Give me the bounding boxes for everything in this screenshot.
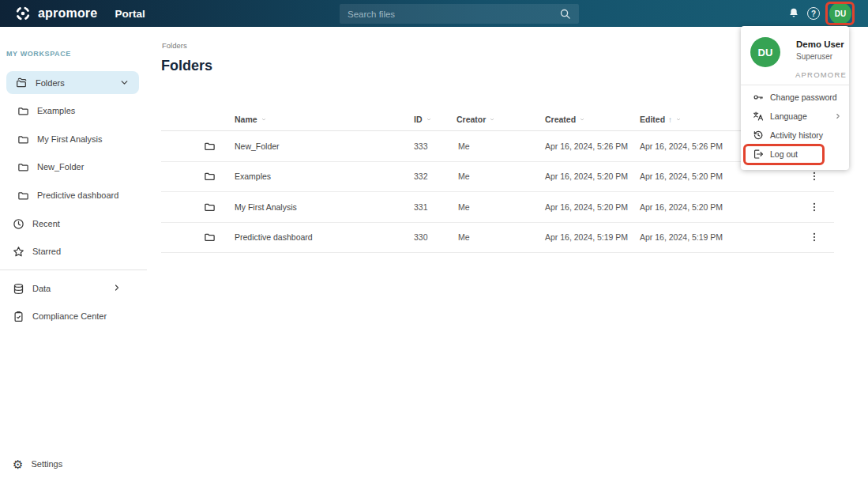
gear-icon: ⚙ [13,458,23,470]
sidebar-item-label: Starred [32,247,61,256]
top-bar: apromore Portal ? DU [0,0,868,27]
cell-creator: Me [458,172,470,181]
logout-icon [752,149,764,160]
sort-caret-icon [261,116,267,122]
chevron-down-icon[interactable] [119,77,130,89]
sidebar-item-compliance-center[interactable]: Compliance Center [13,306,107,326]
menu-item-label: Log out [770,149,798,159]
column-header-id[interactable]: ID [414,115,432,124]
table-row[interactable]: New_Folder 333 Me Apr 16, 2024, 5:26 PM … [161,131,834,162]
table-row[interactable]: My First Analysis 331 Me Apr 16, 2024, 5… [161,192,834,223]
user-avatar-button[interactable]: DU [829,2,851,24]
user-role: Superuser [796,52,832,61]
folder-icon [204,201,216,213]
menu-item-change-password[interactable]: Change password [741,88,849,107]
folders-stack-icon [15,77,28,89]
menu-item-log-out[interactable]: Log out [741,145,849,164]
menu-item-label: Change password [770,92,837,102]
star-icon [13,246,24,258]
sort-ascending-icon: ↑ [668,115,672,124]
magnifier-icon[interactable] [559,8,571,20]
cell-name[interactable]: Examples [235,172,271,181]
cell-creator: Me [458,141,470,151]
brand-name: apromore [38,6,97,21]
table-header-row: Name ID Creator Created Edited ↑ [161,111,834,131]
menu-item-label: Activity history [770,130,823,140]
sidebar-item-my-first-analysis[interactable]: My First Analysis [17,129,103,149]
cell-creator: Me [458,202,470,212]
menu-item-activity-history[interactable]: Activity history [741,126,849,145]
column-header-creator[interactable]: Creator [457,115,495,124]
folder-icon [204,140,216,152]
folder-icon [17,134,29,145]
cell-name[interactable]: New_Folder [235,141,280,151]
folder-icon [17,105,29,117]
cell-id: 332 [414,172,428,181]
sidebar-item-label: Folders [36,78,65,88]
cell-edited: Apr 16, 2024, 5:20 PM [640,202,723,212]
table-row[interactable]: Examples 332 Me Apr 16, 2024, 5:20 PM Ap… [161,162,834,193]
user-name: Demo User [796,40,844,49]
sidebar-item-label: Data [32,284,51,293]
user-menu: DU Demo User Superuser APROMORE Change p… [741,26,849,170]
row-menu-kebab-icon[interactable] [807,168,821,184]
sidebar-item-settings[interactable]: ⚙ Settings [13,454,62,474]
chevron-right-icon [834,112,842,120]
breadcrumb[interactable]: Folders [162,41,187,50]
sidebar-item-label: My First Analysis [37,134,103,144]
avatar: DU [750,37,780,67]
sidebar-divider [0,270,147,270]
question-circle-icon[interactable]: ? [807,7,820,20]
cell-id: 330 [414,232,428,242]
sidebar-item-label: Recent [32,219,60,228]
column-header-name[interactable]: Name [235,115,267,124]
sidebar-item-recent[interactable]: Recent [13,213,60,234]
bell-icon[interactable] [787,7,800,20]
cell-edited: Apr 16, 2024, 5:19 PM [640,232,723,242]
cell-name[interactable]: Predictive dashboard [235,232,313,242]
cell-created: Apr 16, 2024, 5:26 PM [545,141,628,151]
app-name: Portal [115,8,145,20]
folder-icon [204,171,216,183]
row-menu-kebab-icon[interactable] [807,229,821,245]
page-title: Folders [161,58,212,74]
folder-icon [17,161,29,173]
cell-id: 331 [414,202,428,212]
menu-item-label: Language [770,111,807,121]
sidebar-item-data[interactable]: Data [13,278,137,299]
sidebar-item-label: Predictive dashboard [37,190,118,200]
cell-created: Apr 16, 2024, 5:20 PM [545,172,628,181]
app-window: apromore Portal ? DU MY WORKSPACE [0,0,868,490]
row-menu-kebab-icon[interactable] [807,199,821,215]
menu-item-language[interactable]: Language [741,107,849,126]
translate-icon [752,111,764,122]
cell-created: Apr 16, 2024, 5:19 PM [545,232,628,242]
sidebar-item-examples[interactable]: Examples [17,100,75,121]
chevron-right-icon[interactable] [112,283,122,294]
clipboard-check-icon [13,311,24,322]
column-header-created[interactable]: Created [545,115,585,124]
search-bar[interactable] [340,4,579,24]
sidebar-item-new-folder[interactable]: New_Folder [17,156,84,177]
clock-icon [13,218,24,230]
table-row[interactable]: Predictive dashboard 330 Me Apr 16, 2024… [161,223,834,254]
sidebar-item-folders[interactable]: Folders [6,71,139,94]
cell-name[interactable]: My First Analysis [235,202,297,212]
sort-caret-icon [489,116,495,122]
sidebar-item-label: New_Folder [37,162,84,172]
sidebar-item-label: Examples [37,106,75,115]
sidebar-item-predictive-dashboard[interactable]: Predictive dashboard [17,185,118,205]
search-input[interactable] [340,9,559,19]
brand[interactable]: apromore Portal [14,0,145,27]
sort-caret-icon [426,116,432,122]
key-icon [752,92,764,103]
sidebar-item-label: Compliance Center [32,311,107,321]
sidebar-item-starred[interactable]: Starred [13,241,61,262]
cell-edited: Apr 16, 2024, 5:26 PM [640,141,723,151]
column-header-edited[interactable]: Edited ↑ [640,115,682,124]
cell-creator: Me [458,232,470,242]
cell-created: Apr 16, 2024, 5:20 PM [545,202,628,212]
cell-id: 333 [414,141,428,151]
user-org: APROMORE [795,70,847,79]
sort-caret-icon [675,116,682,122]
